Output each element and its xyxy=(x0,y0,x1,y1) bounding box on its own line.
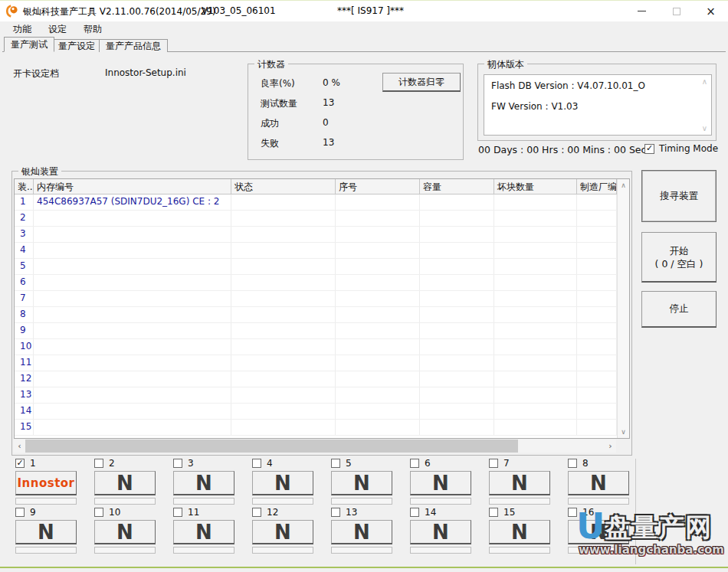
slot-checkbox[interactable] xyxy=(331,508,340,517)
slot-checkbox[interactable] xyxy=(568,508,577,517)
setup-file-label: 开卡设定档 xyxy=(13,67,59,80)
tab-product-info[interactable]: 量产产品信息 xyxy=(99,39,168,52)
row-number: 9 xyxy=(15,323,34,338)
row-memory-id xyxy=(34,307,231,322)
col-bad-blocks[interactable]: 坏块数量 xyxy=(494,179,577,194)
flash-db-version: Flash DB Version : V4.07.10.01_O xyxy=(491,80,645,91)
slot-status-button[interactable]: N xyxy=(94,471,156,495)
slot-checkbox[interactable] xyxy=(94,459,103,468)
row-number: 12 xyxy=(15,371,34,387)
slot-checkbox[interactable] xyxy=(15,508,25,517)
table-row[interactable]: 14 xyxy=(15,404,617,420)
table-row[interactable]: 9 xyxy=(15,323,617,339)
slot-status-button[interactable]: N xyxy=(489,520,550,544)
table-row[interactable]: 5 xyxy=(15,259,617,275)
slot-checkbox[interactable] xyxy=(489,508,498,517)
table-row[interactable]: 2 xyxy=(15,211,617,227)
table-row[interactable]: 7 xyxy=(15,291,617,307)
scroll-down-icon[interactable]: ∨ xyxy=(618,428,629,436)
scroll-right-icon[interactable]: › xyxy=(605,440,616,453)
table-row[interactable]: 15 xyxy=(15,420,617,436)
tab-production-test[interactable]: 量产测试 xyxy=(4,37,54,52)
maximize-button[interactable] xyxy=(659,1,694,21)
row-bad-blocks xyxy=(494,355,577,371)
row-serial xyxy=(336,339,420,355)
table-row[interactable]: 3 xyxy=(15,227,617,243)
col-status[interactable]: 状态 xyxy=(231,179,336,194)
counter-reset-button[interactable]: 计数器归零 xyxy=(382,73,461,92)
slot-progress-bar xyxy=(568,498,629,505)
slot-status-button[interactable]: N xyxy=(410,520,471,544)
scrollbar-thumb[interactable] xyxy=(25,440,518,453)
slot-checkbox[interactable] xyxy=(568,459,577,468)
slot-checkbox[interactable] xyxy=(94,508,103,517)
slot-status-button[interactable]: N xyxy=(410,471,471,495)
slot-checkbox[interactable] xyxy=(331,459,340,468)
minimize-button[interactable] xyxy=(625,1,659,21)
scroll-left-icon[interactable]: ‹ xyxy=(14,440,25,453)
slot-status-button[interactable]: N xyxy=(568,520,629,544)
scroll-down-icon[interactable]: ∨ xyxy=(702,124,707,132)
success-value: 0 xyxy=(323,117,329,128)
row-bad-blocks xyxy=(494,243,577,258)
slot-status-button[interactable]: N xyxy=(568,471,629,495)
slot-checkbox[interactable] xyxy=(252,508,261,517)
firmware-version-list[interactable]: Flash DB Version : V4.07.10.01_O FW Vers… xyxy=(484,74,712,136)
table-row[interactable]: 6 xyxy=(15,275,617,291)
slot-header: 9 xyxy=(15,506,94,518)
slot-header: 1 xyxy=(15,457,94,469)
timing-mode-checkbox[interactable] xyxy=(644,144,654,154)
slot-status-button[interactable]: N xyxy=(331,471,392,495)
table-row[interactable]: 4 xyxy=(15,243,617,259)
slot-status-button[interactable]: N xyxy=(94,520,156,544)
slot-status-button[interactable]: N xyxy=(252,520,313,544)
slot-status-button[interactable]: Innostor xyxy=(15,471,77,495)
table-row[interactable]: 10 xyxy=(15,339,617,355)
slot-checkbox[interactable] xyxy=(410,459,419,468)
slot-progress-bar xyxy=(331,547,392,554)
row-serial xyxy=(336,211,420,226)
start-button[interactable]: 开始 ( 0 / 空白 ) xyxy=(641,232,717,283)
col-device[interactable]: 装... xyxy=(15,179,34,194)
slot-status-button[interactable]: N xyxy=(15,520,77,544)
tab-production-settings[interactable]: 量产设定 xyxy=(51,39,102,52)
close-button[interactable]: × xyxy=(694,1,728,21)
slot-checkbox[interactable] xyxy=(252,459,261,468)
table-row[interactable]: 13 xyxy=(15,387,617,404)
scroll-up-icon[interactable]: ∧ xyxy=(702,77,707,86)
col-manufacturer[interactable]: 制造厂编 xyxy=(577,179,617,194)
slot-header: 15 xyxy=(489,506,568,518)
table-row[interactable]: 11 xyxy=(15,355,617,371)
row-number: 5 xyxy=(15,259,34,274)
slot-status-button[interactable]: N xyxy=(489,471,550,495)
menu-item-function[interactable]: 功能 xyxy=(5,21,40,38)
menu-item-settings[interactable]: 设定 xyxy=(40,21,75,38)
table-vertical-scrollbar[interactable]: ∧ ∨ xyxy=(617,179,629,438)
search-device-button[interactable]: 搜寻装置 xyxy=(641,170,717,222)
timing-mode-control[interactable]: Timing Mode xyxy=(644,143,718,154)
table-row[interactable]: 8 xyxy=(15,307,617,323)
slot-checkbox[interactable] xyxy=(173,508,182,517)
table-horizontal-scrollbar[interactable]: ‹ › xyxy=(14,440,616,453)
table-row[interactable]: 1454C86937A57 (SDIN7DU2_16G) CE : 2 xyxy=(15,194,617,211)
table-row[interactable]: 12 xyxy=(15,371,617,387)
scroll-up-icon[interactable]: ∧ xyxy=(618,181,629,189)
slot-number: 10 xyxy=(109,507,120,518)
slot-status-button[interactable]: N xyxy=(173,471,234,495)
slot-checkbox[interactable] xyxy=(410,508,419,517)
device-slot: 14N xyxy=(410,506,489,556)
stop-button[interactable]: 停止 xyxy=(641,291,717,328)
slot-status-button[interactable]: N xyxy=(252,471,313,495)
col-memory-id[interactable]: 内存编号 xyxy=(34,179,231,194)
slot-progress-bar xyxy=(15,547,77,554)
row-serial xyxy=(336,387,420,403)
col-serial[interactable]: 序号 xyxy=(336,179,420,194)
slot-checkbox[interactable] xyxy=(173,459,182,468)
slot-checkbox[interactable] xyxy=(489,459,498,468)
slot-status-button[interactable]: N xyxy=(173,520,234,544)
menu-item-help[interactable]: 帮助 xyxy=(75,21,110,38)
slot-checkbox[interactable] xyxy=(15,459,25,468)
slot-status-button[interactable]: N xyxy=(331,520,392,544)
row-status xyxy=(231,339,336,355)
col-capacity[interactable]: 容量 xyxy=(420,179,494,194)
